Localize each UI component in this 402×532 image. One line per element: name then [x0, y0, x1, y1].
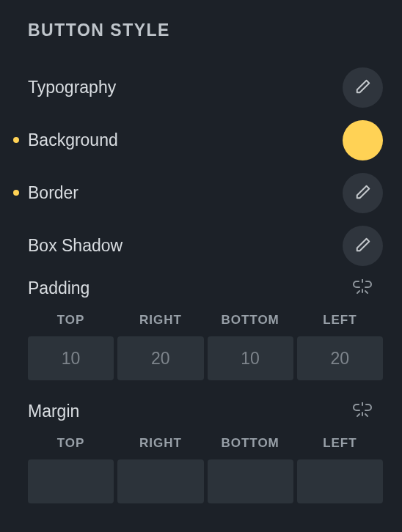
padding-left-col: LEFT: [297, 313, 383, 380]
margin-top-input[interactable]: [28, 459, 114, 503]
background-row: Background: [19, 114, 383, 166]
margin-right-header: RIGHT: [139, 436, 182, 451]
typography-label: Typography: [28, 78, 116, 97]
margin-left-col: LEFT: [297, 436, 383, 503]
padding-label: Padding: [28, 278, 89, 298]
padding-top-input[interactable]: [28, 336, 114, 380]
padding-grid: TOP RIGHT BOTTOM LEFT: [28, 313, 383, 380]
margin-link-toggle[interactable]: [349, 401, 376, 421]
unlink-icon: [353, 402, 372, 421]
modified-indicator-icon: [13, 137, 19, 143]
margin-grid: TOP RIGHT BOTTOM LEFT: [28, 436, 383, 503]
pencil-icon: [355, 78, 371, 97]
margin-top-col: TOP: [28, 436, 114, 503]
padding-link-toggle[interactable]: [349, 278, 376, 298]
padding-top-col: TOP: [28, 313, 114, 380]
typography-row: Typography: [19, 61, 383, 114]
svg-line-7: [365, 414, 368, 416]
margin-label: Margin: [28, 402, 79, 421]
svg-line-2: [357, 291, 359, 293]
padding-right-input[interactable]: [117, 336, 203, 380]
padding-bottom-col: BOTTOM: [208, 313, 293, 380]
margin-right-input[interactable]: [117, 459, 203, 503]
pencil-icon: [355, 237, 371, 255]
margin-bottom-input[interactable]: [208, 459, 293, 503]
padding-bottom-input[interactable]: [208, 336, 293, 380]
box-shadow-label: Box Shadow: [28, 236, 123, 256]
background-color-swatch[interactable]: [343, 120, 383, 160]
padding-header-row: Padding: [19, 278, 383, 298]
margin-top-header: TOP: [57, 436, 85, 451]
padding-bottom-header: BOTTOM: [221, 313, 279, 328]
svg-line-6: [357, 414, 359, 416]
padding-top-header: TOP: [57, 313, 85, 328]
pencil-icon: [355, 184, 371, 202]
padding-right-header: RIGHT: [139, 313, 182, 328]
box-shadow-row: Box Shadow: [19, 219, 383, 272]
margin-right-col: RIGHT: [117, 436, 203, 503]
margin-left-input[interactable]: [297, 459, 383, 503]
margin-left-header: LEFT: [323, 436, 357, 451]
padding-left-header: LEFT: [323, 313, 357, 328]
border-edit-button[interactable]: [343, 173, 383, 213]
box-shadow-edit-button[interactable]: [343, 226, 383, 266]
border-label: Border: [28, 183, 78, 203]
border-row: Border: [19, 166, 383, 219]
typography-edit-button[interactable]: [343, 67, 383, 108]
unlink-icon: [353, 279, 372, 298]
margin-bottom-header: BOTTOM: [221, 436, 279, 451]
background-label: Background: [28, 130, 118, 150]
margin-header-row: Margin: [19, 401, 383, 421]
svg-line-3: [365, 291, 368, 293]
margin-bottom-col: BOTTOM: [208, 436, 293, 503]
modified-indicator-icon: [13, 190, 19, 196]
padding-right-col: RIGHT: [117, 313, 203, 380]
padding-left-input[interactable]: [297, 336, 383, 380]
section-title: BUTTON STYLE: [28, 21, 383, 40]
